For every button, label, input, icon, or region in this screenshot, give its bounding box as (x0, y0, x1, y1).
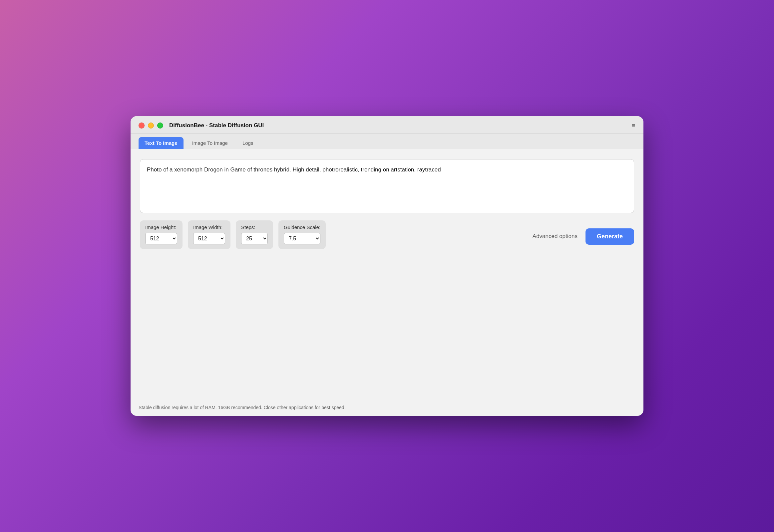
app-window: DiffusionBee - Stable Diffusion GUI ≡ Te… (130, 116, 644, 416)
image-width-label: Image Width: (193, 224, 225, 230)
image-height-label: Image Height: (145, 224, 177, 230)
status-bar: Stable diffusion requires a lot of RAM. … (130, 399, 644, 416)
generate-button[interactable]: Generate (586, 228, 634, 245)
tab-image-to-image[interactable]: Image To Image (186, 137, 234, 149)
advanced-generate-row: Advanced options Generate (533, 228, 634, 245)
maximize-button[interactable] (157, 123, 163, 129)
guidance-scale-label: Guidence Scale: (284, 224, 320, 230)
window-title: DiffusionBee - Stable Diffusion GUI (169, 122, 632, 129)
close-button[interactable] (138, 123, 144, 129)
tab-logs[interactable]: Logs (236, 137, 259, 149)
image-height-select[interactable]: 256 512 768 1024 (145, 233, 177, 244)
image-width-group: Image Width: 256 512 768 1024 (188, 220, 230, 249)
prompt-container (140, 159, 634, 213)
status-text: Stable diffusion requires a lot of RAM. … (138, 405, 346, 410)
image-height-group: Image Height: 256 512 768 1024 (140, 220, 182, 249)
image-width-select[interactable]: 256 512 768 1024 (193, 233, 225, 244)
hamburger-menu-icon[interactable]: ≡ (632, 122, 636, 129)
minimize-button[interactable] (148, 123, 154, 129)
guidance-scale-group: Guidence Scale: 1 3 5 7.5 10 15 (278, 220, 326, 249)
guidance-scale-select[interactable]: 1 3 5 7.5 10 15 (284, 233, 320, 244)
tab-text-to-image[interactable]: Text To Image (138, 137, 183, 149)
prompt-input[interactable] (147, 165, 627, 205)
titlebar: DiffusionBee - Stable Diffusion GUI ≡ (130, 116, 644, 134)
advanced-options-link[interactable]: Advanced options (533, 233, 578, 240)
tab-bar: Text To Image Image To Image Logs (130, 134, 644, 149)
steps-select[interactable]: 10 15 20 25 30 50 (241, 233, 268, 244)
main-content: Image Height: 256 512 768 1024 Image Wid… (130, 149, 644, 399)
traffic-lights (138, 123, 163, 129)
controls-and-actions: Image Height: 256 512 768 1024 Image Wid… (140, 220, 634, 249)
steps-group: Steps: 10 15 20 25 30 50 (236, 220, 273, 249)
steps-label: Steps: (241, 224, 268, 230)
content-spacer (140, 256, 634, 391)
